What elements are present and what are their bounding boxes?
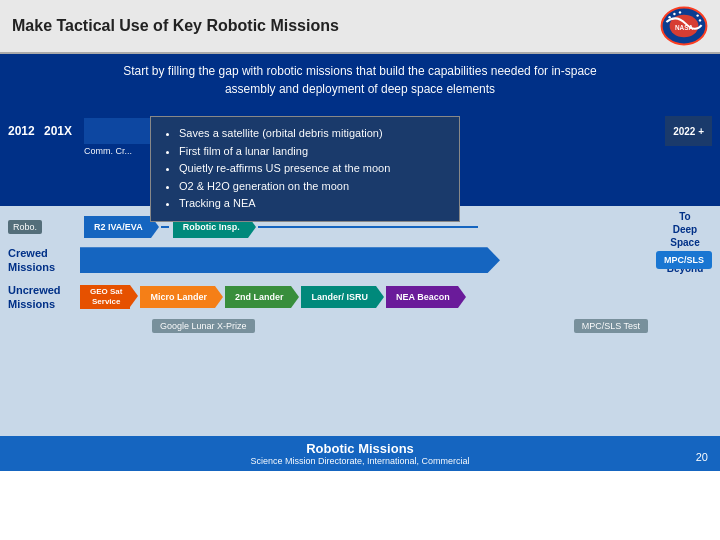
uncrewed-label-wrapper: Uncrewed Missions <box>8 283 80 312</box>
svg-text:NASA: NASA <box>675 24 693 31</box>
mpc-sls-button[interactable]: MPC/SLS <box>656 251 712 269</box>
svg-point-7 <box>699 19 701 21</box>
connector-line-2 <box>258 226 478 228</box>
popup-item-5: Tracking a NEA <box>179 195 447 213</box>
svg-point-3 <box>668 16 670 18</box>
crewed-row-items: MPC/SLS <box>80 247 712 273</box>
crewed-row: Crewed Missions MPC/SLS <box>8 246 712 275</box>
popup-item-2: First film of a lunar landing <box>179 143 447 161</box>
nasa-logo: NASA <box>660 6 708 46</box>
svg-point-6 <box>696 14 698 16</box>
timeline-section: 2012 201X 2022 + Comm. Cr... Saves a sat… <box>0 106 720 206</box>
crewed-missions-arrow <box>80 247 500 273</box>
header: Make Tactical Use of Key Robotic Mission… <box>0 0 720 54</box>
svg-point-4 <box>673 13 675 15</box>
subheader-line2: assembly and deployment of deep space el… <box>20 80 700 98</box>
r2-iva-eva-pill[interactable]: R2 IVA/EVA <box>84 216 151 238</box>
popup-item-4: O2 & H2O generation on the moon <box>179 178 447 196</box>
lander-isru-pill[interactable]: Lander/ ISRU <box>301 286 376 308</box>
footer-subtitle: Science Mission Directorate, Internation… <box>5 456 715 466</box>
mpc-test-label: MPC/SLS Test <box>574 319 648 333</box>
connector-line-1 <box>161 226 169 228</box>
nea-beacon-label: NEA Beacon <box>396 292 450 302</box>
year-201x: 201X <box>44 124 80 138</box>
subheader-line1: Start by filling the gap with robotic mi… <box>20 62 700 80</box>
nea-beacon-pill[interactable]: NEA Beacon <box>386 286 458 308</box>
geo-sat-label: GEO Sat Service <box>90 287 122 306</box>
year-2012: 2012 <box>8 124 44 138</box>
lander-isru-label: Lander/ ISRU <box>311 292 368 302</box>
label-row: Google Lunar X-Prize MPC/SLS Test <box>8 317 712 335</box>
uncrewed-row: Uncrewed Missions GEO Sat Service Micro … <box>8 283 712 312</box>
popup-item-3: Quietly re-affirms US presence at the mo… <box>179 160 447 178</box>
second-lander-pill[interactable]: 2nd Lander <box>225 286 292 308</box>
page-number: 20 <box>696 451 708 463</box>
micro-lander-label: Micro Lander <box>150 292 207 302</box>
main-content: To Deep Space and Beyond Robo. R2 IVA/EV… <box>0 206 720 436</box>
uncrewed-row-items: GEO Sat Service Micro Lander 2nd Lander … <box>80 285 712 309</box>
crewed-missions-label: Crewed Missions <box>8 246 80 275</box>
geo-sat-pill[interactable]: GEO Sat Service <box>80 285 130 309</box>
uncrewed-missions-label: Uncrewed Missions <box>8 283 80 312</box>
footer: Robotic Missions Science Mission Directo… <box>0 436 720 471</box>
micro-lander-pill[interactable]: Micro Lander <box>140 286 215 308</box>
robotic-insp-label: Robotic Insp. <box>183 222 240 232</box>
second-lander-label: 2nd Lander <box>235 292 284 302</box>
google-lunar-label: Google Lunar X-Prize <box>152 319 255 333</box>
svg-point-5 <box>679 11 681 13</box>
crewed-label-wrapper: Crewed Missions <box>8 246 80 275</box>
popup-item-1: Saves a satellite (orbital debris mitiga… <box>179 125 447 143</box>
subheader: Start by filling the gap with robotic mi… <box>0 54 720 106</box>
r2-iva-eva-label: R2 IVA/EVA <box>94 222 143 232</box>
popup-box: Saves a satellite (orbital debris mitiga… <box>150 116 460 222</box>
robo-label: Robo. <box>8 220 42 234</box>
footer-wrapper: Robotic Missions Science Mission Directo… <box>0 436 720 471</box>
year-2022-plus: 2022 + <box>665 116 712 146</box>
footer-title: Robotic Missions <box>5 441 715 456</box>
page-title: Make Tactical Use of Key Robotic Mission… <box>12 17 339 35</box>
